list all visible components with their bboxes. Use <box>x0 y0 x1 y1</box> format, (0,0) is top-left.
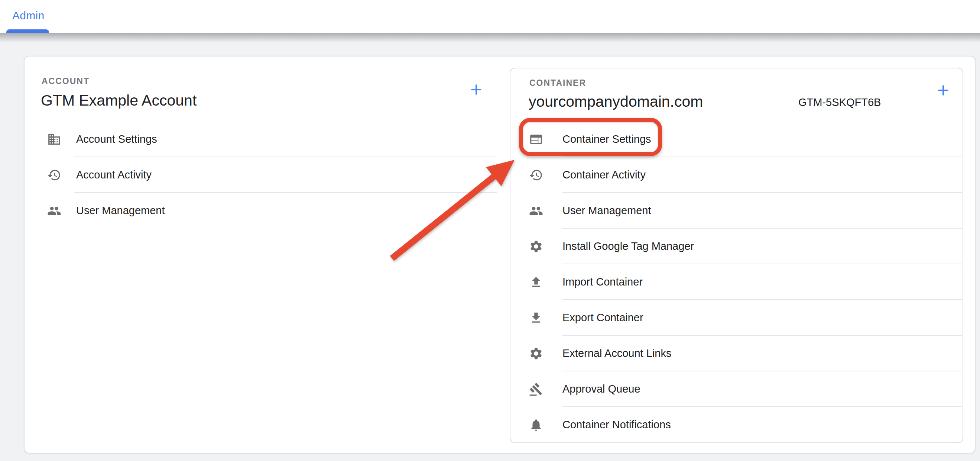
upload-icon <box>529 275 543 289</box>
menu-item-label: Account Settings <box>76 133 157 145</box>
menu-item-container-activity[interactable]: Container Activity <box>511 157 963 193</box>
menu-item-user-management[interactable]: User Management <box>511 193 963 229</box>
menu-item-label: Install Google Tag Manager <box>562 240 694 252</box>
menu-item-install-google-tag-manager[interactable]: Install Google Tag Manager <box>511 229 963 264</box>
container-section-label: CONTAINER <box>530 78 586 88</box>
red-highlight-box <box>519 118 662 156</box>
menu-item-label: User Management <box>562 204 651 217</box>
container-menu: Container SettingsContainer ActivityUser… <box>511 121 963 443</box>
plus-icon <box>935 82 952 99</box>
container-id: GTM-5SKQFT6B <box>798 96 881 108</box>
account-section-label: ACCOUNT <box>41 76 89 86</box>
gear-icon <box>529 346 543 361</box>
people-icon <box>529 204 543 218</box>
bell-icon <box>529 418 543 432</box>
building-icon <box>47 132 61 147</box>
gear-icon <box>529 239 543 254</box>
top-tab-bar: Admin <box>0 0 980 33</box>
add-container-button[interactable] <box>934 81 952 99</box>
active-tab-indicator <box>6 29 49 33</box>
menu-item-label: Account Activity <box>76 169 151 181</box>
menu-item-label: Container Activity <box>562 169 646 181</box>
topbar-shadow <box>0 33 980 42</box>
history-icon <box>529 168 543 182</box>
menu-item-label: Container Notifications <box>562 419 671 431</box>
tab-admin[interactable]: Admin <box>12 0 45 31</box>
history-icon <box>47 168 61 182</box>
download-icon <box>529 311 543 325</box>
menu-item-external-account-links[interactable]: External Account Links <box>511 336 963 372</box>
add-account-button[interactable] <box>467 81 485 99</box>
menu-item-import-container[interactable]: Import Container <box>511 264 963 300</box>
menu-item-label: Approval Queue <box>562 383 640 395</box>
gavel-icon <box>529 382 543 396</box>
menu-item-export-container[interactable]: Export Container <box>511 300 963 336</box>
menu-item-label: External Account Links <box>562 347 671 359</box>
menu-item-container-notifications[interactable]: Container Notifications <box>511 407 963 443</box>
gtm-admin-page: Admin ACCOUNT GTM Example Account Accoun… <box>0 0 980 461</box>
account-title: GTM Example Account <box>41 92 197 109</box>
container-title: yourcompanydomain.com <box>529 93 703 110</box>
red-arrow <box>383 151 524 266</box>
menu-item-label: Import Container <box>562 276 643 288</box>
menu-item-approval-queue[interactable]: Approval Queue <box>511 372 963 407</box>
menu-item-label: Export Container <box>562 311 643 324</box>
people-icon <box>47 204 61 218</box>
plus-icon <box>468 81 485 98</box>
menu-item-label: User Management <box>76 204 165 217</box>
